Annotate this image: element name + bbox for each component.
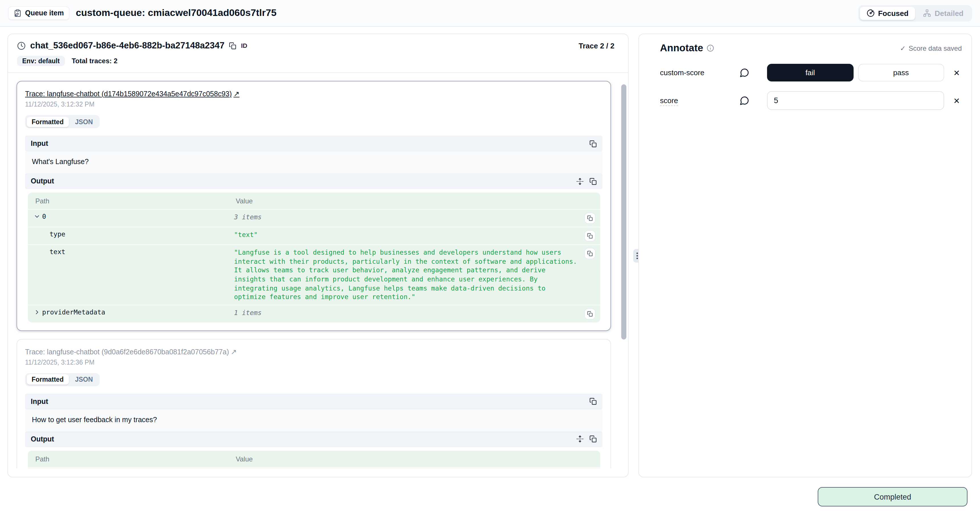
clipboard-pen-icon	[14, 9, 22, 17]
copy-row-button[interactable]	[584, 248, 596, 259]
copy-row-button[interactable]	[584, 212, 596, 224]
queue-item-badge: Queue item	[8, 6, 70, 20]
row-value: 1 items	[234, 308, 579, 318]
annotate-panel: Annotate ✓ Score data saved custom-score…	[638, 33, 972, 478]
score-row: score ✕	[660, 91, 962, 110]
copy-input-button[interactable]	[589, 140, 597, 147]
row-value: "Langfuse is a tool designed to help bus…	[234, 248, 579, 302]
row-key: type	[49, 230, 65, 238]
row-key: 0	[42, 212, 46, 220]
output-label: Output	[31, 435, 54, 443]
copy-output-button[interactable]	[589, 436, 597, 443]
network-icon	[923, 9, 931, 17]
check-icon: ✓	[900, 44, 906, 52]
custom-score-row: custom-score fail pass ✕	[660, 63, 962, 82]
app-window: Queue item custom-queue: cmiacwel70041ad…	[0, 0, 980, 511]
output-section-header: Output	[25, 431, 603, 447]
detailed-view-button[interactable]: Detailed	[916, 6, 970, 20]
trace-1-timestamp: 11/12/2025, 3:12:32 PM	[25, 101, 603, 108]
copy-id-button[interactable]	[229, 42, 236, 49]
trace-counter: Trace 2 / 2	[579, 41, 614, 50]
path-column-header: Path	[35, 197, 236, 205]
trace-1-link[interactable]: Trace: langfuse-chatbot (d174b1589072e43…	[25, 89, 239, 98]
chat-id-title: chat_536ed067-b86e-4eb6-882b-ba27148a234…	[30, 40, 224, 51]
top-bar: Queue item custom-queue: cmiacwel70041ad…	[0, 0, 980, 27]
expand-output-button[interactable]	[576, 177, 584, 185]
copy-input-button[interactable]	[589, 398, 597, 405]
comment-icon[interactable]	[740, 96, 752, 105]
close-icon: ✕	[953, 68, 960, 77]
table-row: providerMetadata 1 items	[28, 305, 600, 322]
table-row: 0 3 items	[28, 209, 600, 227]
table-row: type "text"	[28, 227, 600, 244]
score-label: score	[660, 96, 678, 106]
trace-1-format-tabs: Formatted JSON	[25, 115, 99, 128]
clock-icon	[17, 41, 25, 50]
table-row: text "Langfuse is a tool designed to hel…	[28, 244, 600, 305]
row-value: 3 items	[234, 212, 579, 222]
focused-view-label: Focused	[878, 9, 908, 18]
output-json-table: Path Value 0 3 items	[28, 451, 600, 468]
queue-item-header: chat_536ed067-b86e-4eb6-882b-ba27148a234…	[8, 34, 628, 73]
delete-score-button[interactable]: ✕	[951, 96, 962, 105]
input-section-header: Input	[25, 135, 603, 151]
input-label: Input	[31, 398, 48, 406]
circle-gauge-icon	[867, 9, 875, 17]
external-link-icon: ↗	[231, 347, 237, 356]
total-traces-label: Total traces: 2	[72, 57, 118, 65]
focused-view-button[interactable]: Focused	[860, 6, 915, 20]
trace-card-1: Trace: langfuse-chatbot (d174b1589072e43…	[16, 81, 611, 331]
page-title: custom-queue: cmiacwel70041ad060s7tlr75	[76, 7, 277, 19]
input-label: Input	[31, 140, 48, 148]
trace-1-link-label: Trace: langfuse-chatbot (d174b1589072e43…	[25, 90, 232, 98]
custom-score-label: custom-score	[660, 68, 740, 77]
scrollbar-thumb[interactable]	[621, 84, 626, 339]
delete-score-button[interactable]: ✕	[951, 68, 962, 77]
tab-json[interactable]: JSON	[70, 116, 98, 127]
copy-row-button[interactable]	[584, 308, 596, 320]
chevron-down-icon[interactable]	[33, 213, 40, 220]
expand-output-button[interactable]	[576, 436, 584, 443]
completed-button[interactable]: Completed	[818, 487, 967, 506]
row-key: text	[49, 248, 65, 256]
chevron-right-icon[interactable]	[33, 309, 40, 315]
output-label: Output	[31, 177, 54, 185]
vertical-scrollbar	[621, 84, 626, 477]
copy-output-button[interactable]	[589, 177, 597, 185]
trace-2-link-label: Trace: langfuse-chatbot (9d0a6f2e6de8670…	[25, 348, 229, 356]
output-section-header: Output	[25, 173, 603, 189]
value-column-header: Value	[236, 197, 579, 205]
pass-option-button[interactable]: pass	[858, 64, 944, 81]
trace-2-format-tabs: Formatted JSON	[25, 373, 99, 386]
copy-row-button[interactable]	[584, 230, 596, 242]
row-value: "text"	[234, 230, 579, 240]
id-label: ID	[241, 42, 247, 49]
fail-option-button[interactable]: fail	[767, 64, 853, 81]
tab-json[interactable]: JSON	[70, 374, 98, 385]
tab-formatted[interactable]: Formatted	[27, 116, 68, 127]
input-section-header: Input	[25, 394, 603, 409]
save-status-label: Score data saved	[908, 44, 962, 52]
output-json-table: Path Value 0 3 items	[28, 193, 600, 322]
comment-icon[interactable]	[740, 68, 752, 78]
score-value-input[interactable]	[767, 91, 944, 110]
table-row: 0 3 items	[28, 467, 600, 468]
trace-2-timestamp: 11/12/2025, 3:12:36 PM	[25, 359, 603, 366]
view-mode-toggle: Focused Detailed	[858, 5, 972, 21]
detailed-view-label: Detailed	[935, 9, 964, 18]
queue-item-badge-label: Queue item	[25, 9, 64, 17]
value-column-header: Value	[236, 455, 579, 463]
environment-badge: Env: default	[17, 56, 65, 66]
row-key: providerMetadata	[42, 308, 105, 316]
trace-2-link[interactable]: Trace: langfuse-chatbot (9d0a6f2e6de8670…	[25, 347, 237, 356]
trace-card-2: Trace: langfuse-chatbot (9d0a6f2e6de8670…	[16, 339, 611, 468]
path-column-header: Path	[35, 455, 236, 463]
annotate-title: Annotate	[660, 42, 703, 54]
info-icon[interactable]	[707, 45, 714, 52]
tab-formatted[interactable]: Formatted	[27, 374, 68, 385]
queue-item-panel: chat_536ed067-b86e-4eb6-882b-ba27148a234…	[7, 33, 628, 478]
save-status: ✓ Score data saved	[900, 44, 962, 52]
close-icon: ✕	[953, 96, 960, 105]
trace-scroll-area: Trace: langfuse-chatbot (d174b1589072e43…	[8, 73, 628, 468]
input-value: How to get user feedback in my traces?	[25, 409, 603, 431]
